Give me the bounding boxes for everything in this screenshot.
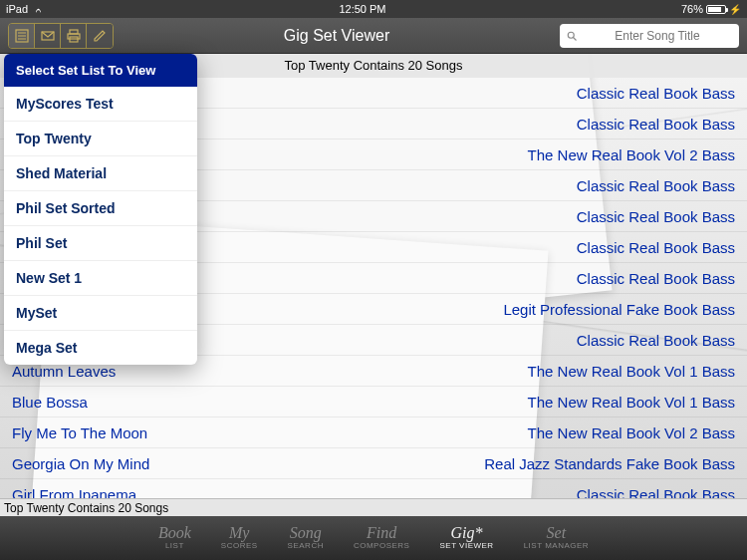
tab-label-top: Song — [288, 525, 324, 541]
song-book: Real Jazz Standards Fake Book Bass — [484, 455, 735, 472]
tab-bar: BookLISTMySCORESSongSEARCHFindCOMPOSERSG… — [0, 516, 747, 560]
dropdown-item[interactable]: Mega Set — [4, 331, 197, 365]
song-row[interactable]: Georgia On My MindReal Jazz Standards Fa… — [0, 448, 747, 479]
tab-scores[interactable]: MySCORES — [221, 525, 258, 551]
song-book: The New Real Book Vol 1 Bass — [528, 363, 735, 380]
song-book: The New Real Book Vol 1 Bass — [528, 394, 735, 411]
dropdown-item[interactable]: MySet — [4, 296, 197, 331]
svg-point-8 — [568, 32, 574, 38]
dropdown-item[interactable]: Shed Material — [4, 156, 197, 191]
setlist-dropdown: Select Set List To View MyScores TestTop… — [4, 54, 197, 365]
battery-percent: 76% — [681, 3, 703, 15]
toolbar: Gig Set Viewer — [0, 18, 747, 54]
dropdown-item[interactable]: Top Twenty — [4, 122, 197, 156]
mail-button[interactable] — [35, 24, 61, 48]
charging-icon: ⚡ — [729, 4, 741, 15]
tab-label-bottom: LIST — [158, 541, 191, 551]
tab-label-bottom: LIST MANAGER — [524, 541, 589, 551]
toolbar-button-group — [8, 23, 114, 49]
print-icon — [66, 28, 82, 44]
mail-icon — [40, 28, 56, 44]
song-book: Classic Real Book Bass — [577, 208, 735, 225]
print-button[interactable] — [61, 24, 87, 48]
tab-label-bottom: SET VIEWER — [439, 541, 493, 551]
tab-label-bottom: SEARCH — [288, 541, 324, 551]
footer-strip: Top Twenty Contains 20 Songs — [0, 498, 747, 516]
tab-label-top: Find — [354, 525, 410, 541]
search-input[interactable] — [582, 29, 733, 43]
song-title: Autumn Leaves — [12, 363, 116, 380]
dropdown-item[interactable]: MyScores Test — [4, 87, 197, 122]
song-book: Classic Real Book Bass — [577, 239, 735, 256]
song-row[interactable]: Blue BossaThe New Real Book Vol 1 Bass — [0, 387, 747, 418]
song-row[interactable]: Fly Me To The MoonThe New Real Book Vol … — [0, 418, 747, 448]
status-bar: iPad 12:50 PM 76% ⚡ — [0, 0, 747, 18]
song-title: Blue Bossa — [12, 394, 88, 411]
carrier-label: iPad — [6, 3, 28, 15]
dropdown-header: Select Set List To View — [4, 54, 197, 87]
svg-line-9 — [574, 37, 577, 40]
tab-list-manager[interactable]: SetLIST MANAGER — [524, 525, 589, 551]
tab-set-viewer[interactable]: Gig*SET VIEWER — [439, 525, 493, 551]
tab-label-top: Gig* — [439, 525, 493, 541]
song-book: Classic Real Book Bass — [577, 270, 735, 287]
tab-label-top: My — [221, 525, 258, 541]
pencil-icon — [92, 28, 108, 44]
list-icon — [14, 28, 30, 44]
tab-label-bottom: SCORES — [221, 541, 258, 551]
song-book: Classic Real Book Bass — [577, 116, 735, 133]
page-title: Gig Set Viewer — [114, 27, 560, 45]
dropdown-item[interactable]: New Set 1 — [4, 261, 197, 296]
song-title: Georgia On My Mind — [12, 455, 149, 472]
song-title: Fly Me To The Moon — [12, 424, 147, 441]
song-book: Legit Professional Fake Book Bass — [503, 301, 735, 318]
battery-icon — [706, 5, 726, 14]
song-book: Classic Real Book Bass — [577, 332, 735, 349]
search-box[interactable] — [560, 24, 739, 48]
tab-label-top: Set — [524, 525, 589, 541]
song-book: The New Real Book Vol 2 Bass — [528, 146, 735, 163]
dropdown-item[interactable]: Phil Set Sorted — [4, 191, 197, 226]
song-book: Classic Real Book Bass — [577, 177, 735, 194]
dropdown-item[interactable]: Phil Set — [4, 226, 197, 261]
tab-search[interactable]: SongSEARCH — [288, 525, 324, 551]
edit-button[interactable] — [87, 24, 113, 48]
clock: 12:50 PM — [44, 3, 681, 15]
list-button[interactable] — [9, 24, 35, 48]
tab-list[interactable]: BookLIST — [158, 525, 191, 551]
wifi-icon — [32, 5, 44, 14]
tab-label-bottom: COMPOSERS — [354, 541, 410, 551]
song-book: The New Real Book Vol 2 Bass — [528, 424, 735, 441]
tab-label-top: Book — [158, 525, 191, 541]
search-icon — [566, 30, 578, 42]
tab-composers[interactable]: FindCOMPOSERS — [354, 525, 410, 551]
song-book: Classic Real Book Bass — [577, 85, 735, 102]
